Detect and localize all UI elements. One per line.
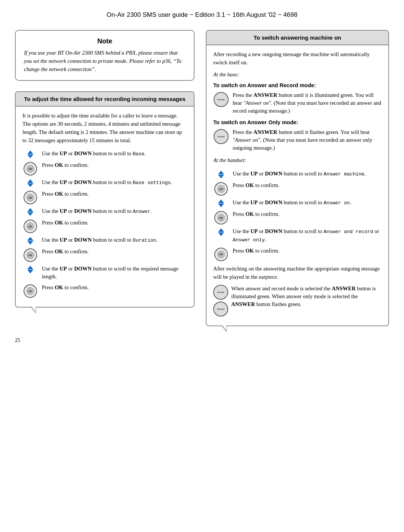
- step-8: C OK Press OK to confirm.: [22, 248, 187, 262]
- switch-intro: After recording a new outgoing message t…: [213, 51, 382, 67]
- arrow-up: [218, 228, 224, 232]
- answer-record-text: Press the ANSWER button until it is illu…: [233, 91, 382, 115]
- answer-record-row: Answer Press the ANSWER button until it …: [213, 91, 382, 115]
- right-column: To switch answering machine on After rec…: [206, 30, 389, 326]
- ok-icon-1: C OK: [22, 161, 38, 175]
- ok-icon-3: C OK: [22, 219, 38, 233]
- final-text: When answer and record mode is selected …: [231, 285, 382, 308]
- answer-btn-flash: Answer: [213, 302, 228, 317]
- adjust-intro: It is possible to adjust the time availa…: [22, 112, 187, 144]
- answer-btn-1: Answer: [213, 91, 229, 107]
- h-step-6: C OK Press OK to confirm.: [213, 247, 382, 261]
- switch-section-body: After recording a new outgoing message t…: [206, 45, 388, 325]
- arrow-down: [218, 175, 224, 178]
- step-7-text: Use the UP or DOWN button to scroll to D…: [42, 236, 187, 244]
- step-1-text: Use the UP or DOWN button to scroll to B…: [42, 150, 187, 158]
- step-6: C OK Press OK to confirm.: [22, 219, 187, 233]
- arrow-up: [27, 266, 33, 269]
- h-ok-3: C OK: [213, 247, 229, 261]
- step-4-text: Press OK to confirm.: [42, 190, 187, 198]
- note-box: Note If you use your BT On-Air 2300 SMS …: [15, 30, 195, 81]
- updown-icon-3: [22, 207, 38, 216]
- h-step-3-text: Use the UP or DOWN button to scroll to A…: [233, 199, 382, 207]
- answer-only-row: Answer Press the ANSWER button until it …: [213, 128, 382, 152]
- arrow-down: [218, 232, 224, 236]
- arrow-down: [27, 155, 33, 158]
- step-2: C OK Press OK to confirm.: [22, 161, 187, 175]
- page-number: 25: [15, 337, 389, 343]
- h-step-3: Use the UP or DOWN button to scroll to A…: [213, 199, 382, 207]
- answer-only-text: Press the ANSWER button until it flashes…: [233, 128, 382, 152]
- h-step-2-text: Press OK to confirm.: [233, 181, 382, 189]
- h-step-5-text: Use the UP or DOWN button to scroll to A…: [233, 227, 382, 244]
- left-column: Note If you use your BT On-Air 2300 SMS …: [15, 30, 195, 315]
- arrow-down: [27, 212, 33, 216]
- bubble-pointer-right-inner: [222, 325, 226, 331]
- updown-icon-1: [22, 150, 38, 158]
- after-switching-text: After switching on the answering machine…: [213, 265, 382, 281]
- h-updown-3: [213, 227, 229, 236]
- arrow-up: [218, 171, 224, 174]
- final-answer-icons: Answer Answer: [213, 285, 228, 317]
- final-answer-row: Answer Answer When answer and record mod…: [213, 285, 382, 317]
- adjust-section-body: It is possible to adjust the time availa…: [16, 107, 194, 307]
- step-6-text: Press OK to confirm.: [42, 219, 187, 227]
- answer-btn-green: Answer: [213, 285, 228, 300]
- arrow-up: [27, 179, 33, 183]
- step-3-text: Use the UP or DOWN button to scroll to B…: [42, 178, 187, 187]
- step-7: Use the UP or DOWN button to scroll to D…: [22, 236, 187, 245]
- step-10: C OK Press OK to confirm.: [22, 284, 187, 298]
- ok-icon-5: C OK: [22, 284, 38, 298]
- at-base-label: At the base:: [213, 71, 382, 79]
- arrow-up: [27, 150, 33, 154]
- step-5-text: Use the UP or DOWN button to scroll to A…: [42, 207, 187, 215]
- step-2-text: Press OK to confirm.: [42, 161, 187, 169]
- adjust-section-box: To adjust the time allowed for recording…: [15, 91, 195, 308]
- adjust-steps: Use the UP or DOWN button to scroll to B…: [22, 150, 187, 298]
- answer-btn-2: Answer: [213, 128, 229, 144]
- arrow-down: [27, 270, 33, 273]
- h-step-5: Use the UP or DOWN button to scroll to A…: [213, 227, 382, 244]
- step-5: Use the UP or DOWN button to scroll to A…: [22, 207, 187, 216]
- step-9: Use the UP or DOWN button to scroll to t…: [22, 265, 187, 281]
- arrow-down: [218, 204, 224, 207]
- h-updown-1: [213, 170, 229, 178]
- updown-icon-4: [22, 236, 38, 245]
- step-9-text: Use the UP or DOWN button to scroll to t…: [42, 265, 187, 281]
- answer-record-title: To switch on Answer and Record mode:: [213, 82, 382, 88]
- step-4: C OK Press OK to confirm.: [22, 190, 187, 204]
- step-1: Use the UP or DOWN button to scroll to B…: [22, 150, 187, 158]
- arrow-up: [218, 199, 224, 203]
- at-handset-label: At the handset:: [213, 156, 382, 165]
- h-updown-2: [213, 199, 229, 207]
- h-step-4: C OK Press OK to confirm.: [213, 210, 382, 224]
- h-step-1-text: Use the UP or DOWN button to scroll to A…: [233, 170, 382, 178]
- switch-section-tab: To switch answering machine on: [206, 31, 388, 45]
- h-step-2: C OK Press OK to confirm.: [213, 181, 382, 196]
- updown-icon-5: [22, 265, 38, 273]
- ok-icon-2: C OK: [22, 190, 38, 204]
- h-step-6-text: Press OK to confirm.: [233, 247, 382, 255]
- adjust-section-tab: To adjust the time allowed for recording…: [16, 92, 194, 107]
- header-title: On-Air 2300 SMS user guide ~ Edition 3.1…: [107, 11, 297, 18]
- ok-icon-4: C OK: [22, 248, 38, 262]
- note-title: Note: [24, 37, 186, 45]
- updown-icon-2: [22, 178, 38, 187]
- page-header: On-Air 2300 SMS user guide ~ Edition 3.1…: [15, 11, 389, 19]
- arrow-up: [27, 208, 33, 212]
- arrow-down: [27, 241, 33, 245]
- h-step-4-text: Press OK to confirm.: [233, 210, 382, 218]
- h-ok-1: C OK: [213, 181, 229, 196]
- arrow-up: [27, 237, 33, 241]
- handset-steps: Use the UP or DOWN button to scroll to A…: [213, 170, 382, 261]
- arrow-down: [27, 183, 33, 187]
- answer-only-title: To switch on Answer Only mode:: [213, 119, 382, 125]
- switch-section-box: To switch answering machine on After rec…: [206, 30, 389, 326]
- h-step-1: Use the UP or DOWN button to scroll to A…: [213, 170, 382, 178]
- bubble-pointer-inner: [31, 306, 36, 312]
- note-text: If you use your BT On-Air 2300 SMS behin…: [24, 49, 186, 73]
- h-ok-2: C OK: [213, 210, 229, 224]
- step-10-text: Press OK to confirm.: [42, 284, 187, 291]
- step-8-text: Press OK to confirm.: [42, 248, 187, 256]
- step-3: Use the UP or DOWN button to scroll to B…: [22, 178, 187, 187]
